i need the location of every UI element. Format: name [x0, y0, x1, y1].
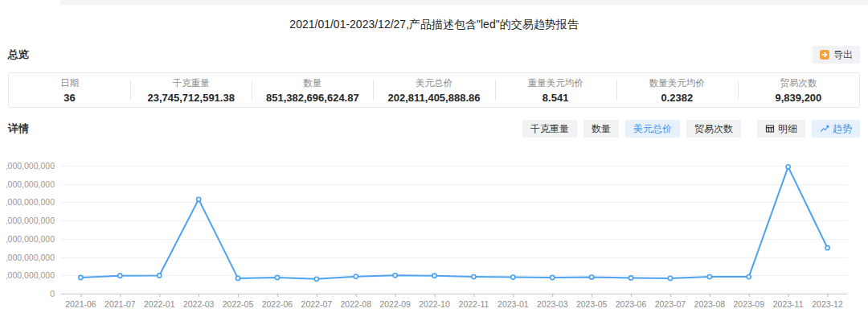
x-axis-label: 2021-07	[104, 299, 136, 309]
data-point[interactable]	[197, 197, 201, 201]
data-point[interactable]	[275, 275, 279, 279]
x-axis-label: 2023-12	[812, 299, 843, 309]
metric-button-4[interactable]: 贸易次数	[686, 120, 741, 138]
overview-column-label: 日期	[60, 77, 79, 89]
x-axis-label: 2023-06	[616, 299, 647, 309]
y-axis-label: 15,000,000,000	[6, 234, 55, 244]
metric-button-3[interactable]: 美元总价	[625, 120, 680, 138]
overview-column-label: 千克重量	[173, 77, 210, 89]
overview-column-value: 0.2382	[661, 92, 693, 104]
x-axis-label: 2022-01	[144, 299, 175, 309]
button-label: 美元总价	[633, 122, 672, 136]
x-axis-label: 2023-03	[537, 299, 568, 309]
overview-column-label: 数量	[303, 77, 321, 89]
data-point[interactable]	[786, 165, 790, 169]
overview-column: 数量851,382,696,624.87	[252, 73, 373, 107]
x-axis-label: 2023-01	[497, 299, 529, 309]
x-axis-label: 2022-06	[262, 299, 293, 309]
view-mode-button-group: 明细趋势	[757, 120, 860, 138]
button-label: 数量	[592, 122, 611, 136]
data-point[interactable]	[118, 274, 122, 278]
overview-column-label: 贸易次数	[780, 77, 817, 89]
y-axis-label: 25,000,000,000	[6, 197, 55, 207]
overview-column-value: 8.541	[542, 92, 569, 104]
export-arrow-icon	[820, 50, 829, 60]
page-title: 2021/01/01-2023/12/27,产品描述包含"led"的交易趋势报告	[0, 18, 868, 32]
overview-column-value: 202,811,405,888.86	[388, 92, 481, 104]
x-axis-label: 2023-11	[773, 299, 804, 309]
view-button-2[interactable]: 趋势	[812, 120, 860, 138]
overview-column-value: 9,839,200	[775, 92, 821, 104]
data-point[interactable]	[158, 274, 162, 278]
export-button-label: 导出	[833, 48, 853, 62]
data-point[interactable]	[707, 275, 711, 279]
data-point[interactable]	[472, 275, 476, 279]
details-toolbar: 千克重量数量美元总价贸易次数 明细趋势	[522, 120, 860, 138]
data-point[interactable]	[393, 274, 397, 278]
details-header-row: 详情 千克重量数量美元总价贸易次数 明细趋势	[0, 119, 868, 138]
x-axis-label: 2023-07	[655, 299, 686, 309]
button-label: 千克重量	[530, 122, 569, 136]
overview-column-label: 重量美元均价	[528, 77, 583, 89]
x-axis-label: 2022-08	[340, 299, 371, 309]
export-button[interactable]: 导出	[813, 46, 860, 64]
overview-column-value: 23,745,712,591.38	[147, 92, 234, 104]
data-point[interactable]	[511, 275, 515, 279]
overview-column-label: 数量美元均价	[649, 77, 705, 89]
overview-header-row: 总览 导出	[0, 45, 868, 64]
x-axis-label: 2023-08	[694, 299, 726, 309]
overview-column: 重量美元均价8.541	[495, 73, 616, 107]
data-point[interactable]	[825, 246, 829, 250]
x-axis-label: 2022-07	[301, 299, 333, 309]
details-heading: 详情	[8, 121, 29, 136]
overview-column-value: 36	[63, 92, 75, 104]
x-axis-label: 2022-05	[223, 299, 254, 309]
y-axis-label: 10,000,000,000	[6, 253, 55, 262]
top-scroll-strip	[0, 0, 868, 5]
x-axis-label: 2022-11	[459, 299, 489, 309]
x-axis-label: 2022-03	[183, 299, 215, 309]
data-point[interactable]	[235, 276, 240, 280]
data-point[interactable]	[314, 277, 318, 281]
overview-column: 美元总价202,811,405,888.86	[373, 73, 494, 107]
metric-button-group: 千克重量数量美元总价贸易次数	[522, 120, 741, 138]
button-label: 趋势	[833, 122, 852, 136]
metric-button-2[interactable]: 数量	[583, 120, 619, 138]
x-axis-label: 2023-05	[576, 299, 608, 309]
data-point[interactable]	[432, 274, 436, 278]
y-axis-label: 0	[50, 289, 55, 298]
overview-column: 贸易次数9,839,200	[738, 73, 859, 107]
overview-heading: 总览	[8, 47, 29, 62]
overview-summary-table: 日期36千克重量23,745,712,591.38数量851,382,696,6…	[8, 72, 860, 108]
x-axis-label: 2022-09	[379, 299, 411, 309]
view-button-1[interactable]: 明细	[757, 120, 805, 138]
y-axis-label: 30,000,000,000	[6, 179, 55, 189]
line-chart-icon	[820, 124, 829, 134]
data-point[interactable]	[79, 275, 83, 279]
trend-chart-area: 05,000,000,00010,000,000,00015,000,000,0…	[0, 150, 868, 315]
trend-line-chart[interactable]: 05,000,000,00010,000,000,00015,000,000,0…	[6, 150, 862, 312]
metric-button-1[interactable]: 千克重量	[522, 120, 577, 138]
data-point[interactable]	[747, 275, 751, 279]
data-point[interactable]	[354, 274, 358, 278]
button-label: 贸易次数	[694, 122, 733, 136]
data-point[interactable]	[668, 276, 672, 280]
x-axis-label: 2021-06	[65, 299, 96, 309]
overview-column: 千克重量23,745,712,591.38	[130, 73, 252, 107]
data-point[interactable]	[590, 275, 594, 279]
y-axis-label: 20,000,000,000	[6, 216, 55, 225]
y-axis-label: 5,000,000,000	[6, 270, 55, 280]
overview-column-label: 美元总价	[416, 77, 452, 89]
x-axis-label: 2023-09	[733, 299, 764, 309]
x-axis-label: 2022-10	[419, 299, 450, 309]
overview-column-value: 851,382,696,624.87	[266, 92, 359, 104]
overview-column: 数量美元均价0.2382	[616, 73, 738, 107]
data-point[interactable]	[551, 275, 555, 279]
data-point[interactable]	[628, 276, 633, 280]
button-label: 明细	[778, 122, 797, 136]
overview-column: 日期36	[9, 73, 130, 107]
trend-line	[80, 167, 827, 278]
table-icon	[765, 124, 775, 134]
y-axis-label: 35,000,000,000	[6, 161, 55, 171]
